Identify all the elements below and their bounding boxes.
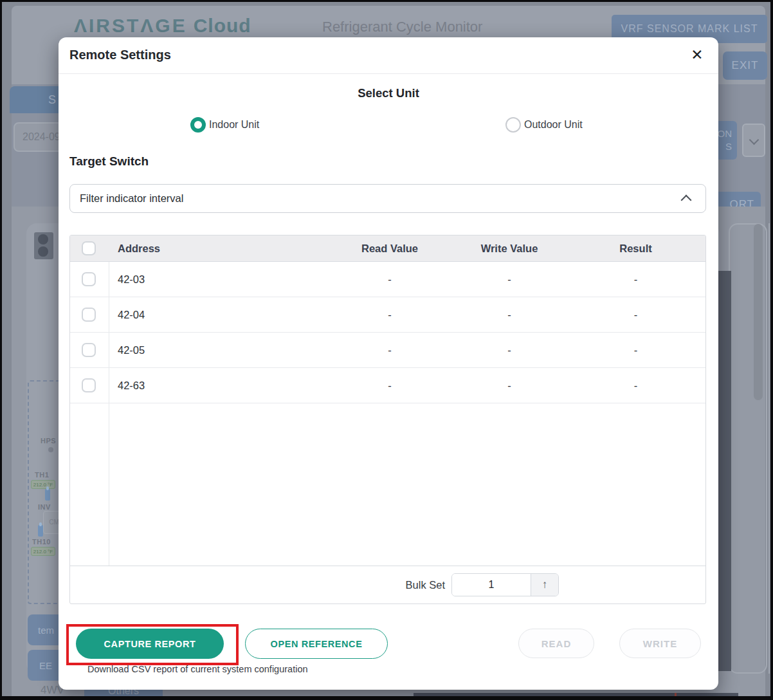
indoor-unit-radio[interactable] bbox=[190, 117, 206, 133]
open-reference-button[interactable]: OPEN REFERENCE bbox=[245, 629, 388, 659]
filter-indicator-dropdown[interactable]: Filter indicator interval bbox=[69, 184, 706, 213]
table-row: 42-05 - - - bbox=[70, 333, 705, 368]
outdoor-unit-icon bbox=[34, 232, 53, 259]
airstage-logo: ΛIRSTΛGECloud bbox=[74, 15, 251, 37]
target-switch-heading: Target Switch bbox=[69, 154, 149, 169]
table-row: 42-03 - - - bbox=[70, 262, 705, 297]
hps-label: HPS bbox=[41, 437, 56, 445]
bulk-set-stepper: ↑ bbox=[451, 573, 559, 596]
address-cell: 42-04 bbox=[109, 309, 325, 321]
write-value-cell: - bbox=[454, 309, 565, 321]
title-divider bbox=[59, 73, 718, 74]
result-cell: - bbox=[565, 309, 706, 321]
switch-table: Address Read Value Write Value Result 42… bbox=[69, 235, 706, 604]
result-column-header: Result bbox=[565, 243, 706, 255]
logo-suffix: Cloud bbox=[194, 15, 251, 36]
table-row: 42-04 - - - bbox=[70, 297, 705, 333]
address-cell: 42-03 bbox=[109, 273, 325, 286]
select-unit-heading: Select Unit bbox=[59, 86, 718, 100]
th1-label: TH1 bbox=[35, 471, 49, 479]
remote-settings-dialog: Remote Settings ✕ Select Unit Indoor Uni… bbox=[59, 37, 718, 690]
hps-sensor-icon bbox=[48, 447, 53, 452]
table-header-row: Address Read Value Write Value Result bbox=[70, 235, 705, 262]
screen: ΛIRSTΛGECloud Refrigerant Cycle Monitor … bbox=[0, 0, 773, 700]
up-arrow-icon: ↑ bbox=[542, 578, 548, 591]
exit-button: EXIT bbox=[723, 51, 767, 80]
capture-report-caption: Download CSV report of current system co… bbox=[87, 664, 308, 674]
dropdown-label: Filter indicator interval bbox=[80, 192, 183, 205]
chevron-up-icon bbox=[681, 195, 692, 206]
write-value-cell: - bbox=[454, 273, 565, 286]
write-value-cell: - bbox=[454, 344, 565, 356]
inv-label: INV bbox=[38, 503, 51, 511]
th10-label: TH10 bbox=[32, 538, 51, 546]
write-value-column-header: Write Value bbox=[454, 243, 565, 255]
checkbox-column-divider bbox=[109, 262, 109, 566]
bulk-set-label: Bulk Set bbox=[406, 579, 445, 591]
scrollbar-thumb bbox=[754, 224, 763, 400]
table-row: 42-63 - - - bbox=[70, 368, 705, 403]
right-card-divider bbox=[768, 223, 770, 674]
address-cell: 42-63 bbox=[109, 380, 325, 392]
close-icon[interactable]: ✕ bbox=[687, 45, 707, 64]
address-column-header: Address bbox=[109, 243, 325, 255]
chart-dark-bar bbox=[718, 271, 731, 671]
page-title: Refrigerant Cycle Monitor bbox=[322, 19, 482, 35]
read-value-cell: - bbox=[325, 344, 454, 356]
indoor-unit-label: Indoor Unit bbox=[209, 119, 259, 131]
result-cell: - bbox=[565, 380, 706, 392]
select-all-checkbox[interactable] bbox=[82, 241, 96, 255]
read-value-cell: - bbox=[325, 273, 454, 286]
bulk-set-increment-button[interactable]: ↑ bbox=[531, 574, 558, 596]
table-footer: Bulk Set ↑ bbox=[70, 566, 705, 603]
read-value-cell: - bbox=[325, 309, 454, 321]
bulk-set-input[interactable] bbox=[452, 574, 531, 596]
th10-thermometer-icon bbox=[38, 525, 43, 537]
outdoor-unit-label: Outdoor Unit bbox=[524, 119, 583, 131]
row-checkbox[interactable] bbox=[82, 378, 96, 392]
chevron-down-icon bbox=[749, 135, 759, 145]
table-body: 42-03 - - - 42-04 - - - 42-05 - - bbox=[70, 262, 705, 566]
result-cell: - bbox=[565, 344, 706, 356]
th1-thermometer-icon bbox=[45, 489, 50, 501]
row-checkbox[interactable] bbox=[82, 308, 96, 322]
dialog-title: Remote Settings bbox=[69, 48, 171, 62]
capture-report-button[interactable]: CAPTURE REPORT bbox=[76, 629, 224, 659]
read-value-column-header: Read Value bbox=[325, 243, 454, 255]
th10-value-badge: 212.0 °F bbox=[31, 547, 55, 556]
write-value-cell: - bbox=[454, 380, 565, 392]
th1-value-badge: 212.0 °F bbox=[31, 480, 55, 489]
outdoor-unit-radio[interactable] bbox=[505, 117, 521, 133]
row-checkbox[interactable] bbox=[82, 343, 96, 357]
row-checkbox[interactable] bbox=[82, 272, 96, 286]
bottom-red-marker bbox=[675, 693, 677, 699]
option-button-line2: S bbox=[725, 140, 732, 153]
result-cell: - bbox=[565, 273, 706, 286]
bottom-dark-panel bbox=[414, 693, 738, 699]
read-button[interactable]: READ bbox=[518, 629, 594, 658]
address-cell: 42-05 bbox=[109, 344, 325, 356]
collapse-dropdown bbox=[742, 124, 765, 157]
write-button[interactable]: WRITE bbox=[619, 629, 701, 658]
option-button-line1: ON bbox=[718, 127, 732, 140]
logo-brand: ΛIRSTΛGE bbox=[74, 15, 187, 36]
read-value-cell: - bbox=[325, 380, 454, 392]
